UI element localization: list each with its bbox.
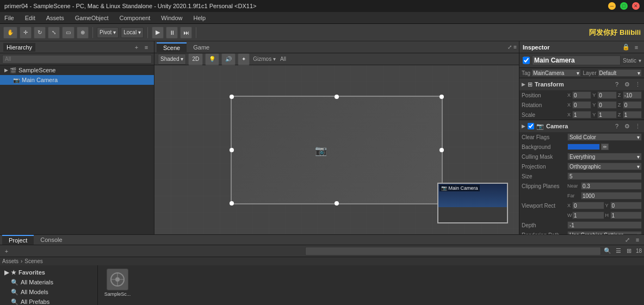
position-z-input[interactable] xyxy=(623,91,642,99)
all-models-item[interactable]: 🔍All Models xyxy=(2,287,95,297)
close-button[interactable]: ✕ xyxy=(632,2,640,10)
transform-help-icon[interactable]: ? xyxy=(612,80,621,89)
menu-file[interactable]: File xyxy=(2,14,16,22)
bottom-panel-maximize-icon[interactable]: ⤢ xyxy=(623,235,631,244)
tag-dropdown[interactable]: MainCamera▾ xyxy=(531,69,580,77)
culling-mask-dropdown[interactable]: Everything▾ xyxy=(567,153,642,160)
audio-button[interactable]: 🔊 xyxy=(221,53,236,65)
rotation-x-input[interactable] xyxy=(572,101,591,109)
game-tab[interactable]: Game xyxy=(187,43,216,52)
rotate-tool-button[interactable]: ↻ xyxy=(34,27,46,39)
hand-tool-button[interactable]: ✋ xyxy=(3,27,17,39)
hierarchy-menu-icon[interactable]: ≡ xyxy=(142,43,151,52)
inspector-tab[interactable]: Inspector xyxy=(523,44,550,51)
handle-right[interactable] xyxy=(439,148,444,152)
handle-left[interactable] xyxy=(230,148,234,152)
2d-button[interactable]: 2D xyxy=(188,53,203,65)
maximize-button[interactable]: □ xyxy=(620,2,628,10)
rect-tool-button[interactable]: ▭ xyxy=(62,27,75,39)
rotation-z-input[interactable] xyxy=(623,101,642,109)
lighting-button[interactable]: 💡 xyxy=(205,53,219,65)
play-button[interactable]: ▶ xyxy=(152,27,164,39)
hierarchy-add-icon[interactable]: + xyxy=(132,43,141,52)
view-menu-icon[interactable]: ≡ xyxy=(513,44,517,50)
menu-component[interactable]: Component xyxy=(117,14,152,22)
background-color-picker[interactable] xyxy=(567,144,600,150)
scale-x-input[interactable] xyxy=(572,111,591,119)
camera-header[interactable]: ▶ 📷 Camera ? ⚙ ⋮ xyxy=(519,120,644,132)
object-name-input[interactable] xyxy=(532,55,621,65)
background-color-edit-icon[interactable]: ✏ xyxy=(601,144,609,150)
scale-tool-button[interactable]: ⤡ xyxy=(48,27,60,39)
menu-gameobject[interactable]: GameObject xyxy=(73,14,111,22)
menu-assets[interactable]: Assets xyxy=(44,14,66,22)
transform-settings-icon[interactable]: ⚙ xyxy=(623,80,631,89)
rotation-y-input[interactable] xyxy=(597,101,616,109)
camera-active-checkbox[interactable] xyxy=(528,123,534,129)
scene-view[interactable]: 📷 📷 Main Camera xyxy=(154,65,519,234)
transform-header[interactable]: ▶ ⊞ Transform ? ⚙ ⋮ xyxy=(519,78,644,90)
move-tool-button[interactable]: ✛ xyxy=(20,27,32,39)
menu-help[interactable]: Help xyxy=(191,14,208,22)
hierarchy-tab[interactable]: Hierarchy xyxy=(3,43,35,52)
clear-flags-dropdown[interactable]: Solid Color▾ xyxy=(567,133,642,141)
depth-input[interactable] xyxy=(567,221,642,229)
console-tab[interactable]: Console xyxy=(34,235,69,244)
local-dropdown[interactable]: Local▾ xyxy=(121,27,144,38)
rendering-path-dropdown[interactable]: Use Graphics Settings▾ xyxy=(567,231,642,234)
assets-breadcrumb-item[interactable]: Assets xyxy=(2,258,18,264)
layer-dropdown[interactable]: Default▾ xyxy=(598,69,642,77)
shading-dropdown[interactable]: Shaded▾ xyxy=(158,54,186,65)
hierarchy-search-input[interactable] xyxy=(2,55,152,64)
inspector-menu-icon[interactable]: ≡ xyxy=(632,43,641,52)
transform-menu-icon[interactable]: ⋮ xyxy=(633,80,642,89)
project-tab[interactable]: Project xyxy=(2,235,34,245)
handle-bottom[interactable] xyxy=(335,201,339,206)
camera-help-icon[interactable]: ? xyxy=(612,122,621,130)
viewport-x-input[interactable] xyxy=(572,202,604,209)
size-input[interactable] xyxy=(567,172,642,180)
object-active-checkbox[interactable] xyxy=(523,57,530,64)
inspector-lock-icon[interactable]: 🔒 xyxy=(622,43,630,52)
asset-view-icon[interactable]: ⊞ xyxy=(625,247,634,256)
camera-settings-icon[interactable]: ⚙ xyxy=(623,122,631,130)
scale-y-input[interactable] xyxy=(597,111,616,119)
all-prefabs-item[interactable]: 🔍All Prefabs xyxy=(2,297,95,305)
handle-tr[interactable] xyxy=(439,95,444,99)
bottom-panel-menu-icon[interactable]: ≡ xyxy=(633,235,642,244)
camera-menu-icon[interactable]: ⋮ xyxy=(633,122,642,130)
projection-dropdown[interactable]: Orthographic▾ xyxy=(567,163,642,170)
pause-button[interactable]: ⏸ xyxy=(166,27,178,39)
favorites-group[interactable]: ▶ ★ Favorites xyxy=(2,267,95,277)
hierarchy-item-maincamera[interactable]: 📷 Main Camera xyxy=(0,75,154,85)
position-x-input[interactable] xyxy=(572,91,591,99)
pivot-dropdown[interactable]: Pivot▾ xyxy=(97,27,119,38)
fx-button[interactable]: ✦ xyxy=(238,53,250,65)
asset-search-input[interactable] xyxy=(305,247,600,256)
asset-options-icon[interactable]: ☰ xyxy=(614,247,623,256)
all-materials-item[interactable]: 🔍All Materials xyxy=(2,277,95,287)
list-item[interactable]: SampleSc... xyxy=(101,269,134,297)
handle-bl[interactable] xyxy=(230,201,234,206)
scene-tab[interactable]: Scene xyxy=(157,42,187,52)
handle-top[interactable] xyxy=(335,95,339,99)
menu-edit[interactable]: Edit xyxy=(23,14,38,22)
far-clip-input[interactable] xyxy=(581,192,642,200)
handle-tl[interactable] xyxy=(230,95,234,99)
step-button[interactable]: ⏭ xyxy=(180,27,192,39)
scenes-breadcrumb-item[interactable]: Scenes xyxy=(24,258,42,264)
transform-tool-button[interactable]: ⊕ xyxy=(77,27,89,39)
gizmos-dropdown[interactable]: Gizmos ▾ xyxy=(253,56,276,62)
minimize-button[interactable]: ─ xyxy=(608,2,616,10)
maximize-icon[interactable]: ⤢ xyxy=(507,44,512,50)
near-clip-input[interactable] xyxy=(581,182,642,190)
search-icon[interactable]: 🔍 xyxy=(603,247,612,256)
hierarchy-item-samplescene[interactable]: ▶ 🎬 SampleScene xyxy=(0,65,154,75)
viewport-h-input[interactable] xyxy=(610,211,642,219)
scale-z-input[interactable] xyxy=(623,111,642,119)
viewport-w-input[interactable] xyxy=(572,211,604,219)
project-add-icon[interactable]: + xyxy=(2,247,11,256)
viewport-y-input[interactable] xyxy=(610,202,642,209)
position-y-input[interactable] xyxy=(597,91,616,99)
static-dropdown-icon[interactable]: ▾ xyxy=(639,58,641,64)
